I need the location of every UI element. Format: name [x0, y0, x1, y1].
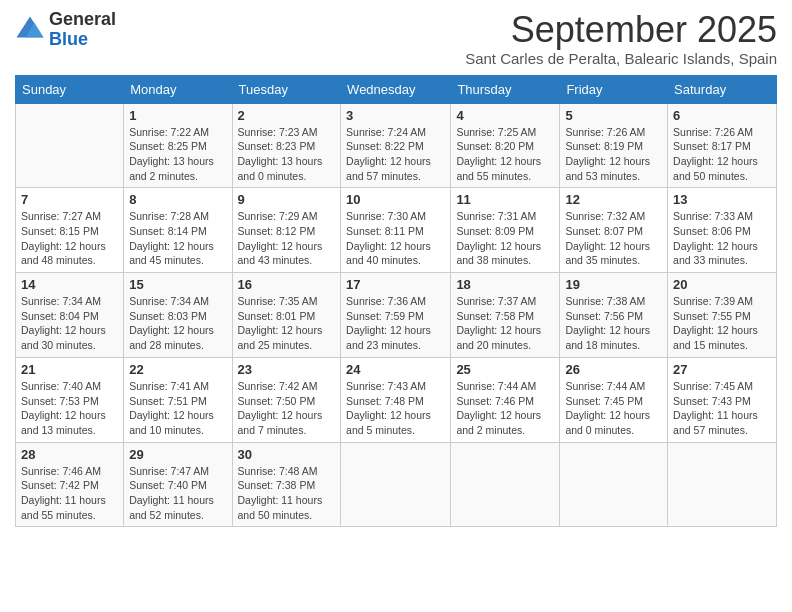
week-row-3: 14Sunrise: 7:34 AMSunset: 8:04 PMDayligh…	[16, 273, 777, 358]
day-detail: Sunrise: 7:28 AMSunset: 8:14 PMDaylight:…	[129, 209, 226, 268]
logo-general-text: General	[49, 10, 116, 30]
day-cell	[341, 442, 451, 527]
day-detail: Sunrise: 7:23 AMSunset: 8:23 PMDaylight:…	[238, 125, 336, 184]
day-cell: 6Sunrise: 7:26 AMSunset: 8:17 PMDaylight…	[668, 103, 777, 188]
day-number: 21	[21, 362, 118, 377]
day-number: 12	[565, 192, 662, 207]
day-detail: Sunrise: 7:44 AMSunset: 7:45 PMDaylight:…	[565, 379, 662, 438]
day-detail: Sunrise: 7:38 AMSunset: 7:56 PMDaylight:…	[565, 294, 662, 353]
day-number: 7	[21, 192, 118, 207]
day-number: 26	[565, 362, 662, 377]
day-cell: 25Sunrise: 7:44 AMSunset: 7:46 PMDayligh…	[451, 357, 560, 442]
day-detail: Sunrise: 7:34 AMSunset: 8:03 PMDaylight:…	[129, 294, 226, 353]
day-detail: Sunrise: 7:37 AMSunset: 7:58 PMDaylight:…	[456, 294, 554, 353]
day-number: 2	[238, 108, 336, 123]
day-detail: Sunrise: 7:42 AMSunset: 7:50 PMDaylight:…	[238, 379, 336, 438]
day-cell: 15Sunrise: 7:34 AMSunset: 8:03 PMDayligh…	[124, 273, 232, 358]
day-number: 10	[346, 192, 445, 207]
day-cell: 14Sunrise: 7:34 AMSunset: 8:04 PMDayligh…	[16, 273, 124, 358]
day-number: 4	[456, 108, 554, 123]
day-cell	[451, 442, 560, 527]
day-detail: Sunrise: 7:24 AMSunset: 8:22 PMDaylight:…	[346, 125, 445, 184]
day-number: 18	[456, 277, 554, 292]
title-block: September 2025 Sant Carles de Peralta, B…	[465, 10, 777, 67]
week-row-5: 28Sunrise: 7:46 AMSunset: 7:42 PMDayligh…	[16, 442, 777, 527]
logo-icon	[15, 15, 45, 45]
day-cell: 7Sunrise: 7:27 AMSunset: 8:15 PMDaylight…	[16, 188, 124, 273]
day-cell: 10Sunrise: 7:30 AMSunset: 8:11 PMDayligh…	[341, 188, 451, 273]
day-number: 23	[238, 362, 336, 377]
day-cell: 21Sunrise: 7:40 AMSunset: 7:53 PMDayligh…	[16, 357, 124, 442]
day-cell: 16Sunrise: 7:35 AMSunset: 8:01 PMDayligh…	[232, 273, 341, 358]
day-detail: Sunrise: 7:22 AMSunset: 8:25 PMDaylight:…	[129, 125, 226, 184]
day-number: 28	[21, 447, 118, 462]
day-cell: 17Sunrise: 7:36 AMSunset: 7:59 PMDayligh…	[341, 273, 451, 358]
day-number: 6	[673, 108, 771, 123]
day-cell	[560, 442, 668, 527]
month-title: September 2025	[465, 10, 777, 50]
day-number: 9	[238, 192, 336, 207]
page-header: General Blue September 2025 Sant Carles …	[15, 10, 777, 67]
day-cell: 24Sunrise: 7:43 AMSunset: 7:48 PMDayligh…	[341, 357, 451, 442]
day-cell: 23Sunrise: 7:42 AMSunset: 7:50 PMDayligh…	[232, 357, 341, 442]
day-number: 15	[129, 277, 226, 292]
day-detail: Sunrise: 7:43 AMSunset: 7:48 PMDaylight:…	[346, 379, 445, 438]
day-cell: 30Sunrise: 7:48 AMSunset: 7:38 PMDayligh…	[232, 442, 341, 527]
logo-text: General Blue	[49, 10, 116, 50]
day-number: 8	[129, 192, 226, 207]
weekday-header-tuesday: Tuesday	[232, 75, 341, 103]
day-cell: 19Sunrise: 7:38 AMSunset: 7:56 PMDayligh…	[560, 273, 668, 358]
day-number: 20	[673, 277, 771, 292]
day-detail: Sunrise: 7:35 AMSunset: 8:01 PMDaylight:…	[238, 294, 336, 353]
week-row-1: 1Sunrise: 7:22 AMSunset: 8:25 PMDaylight…	[16, 103, 777, 188]
day-detail: Sunrise: 7:48 AMSunset: 7:38 PMDaylight:…	[238, 464, 336, 523]
location-title: Sant Carles de Peralta, Balearic Islands…	[465, 50, 777, 67]
logo-blue-text: Blue	[49, 30, 116, 50]
weekday-header-friday: Friday	[560, 75, 668, 103]
day-cell: 3Sunrise: 7:24 AMSunset: 8:22 PMDaylight…	[341, 103, 451, 188]
day-number: 24	[346, 362, 445, 377]
day-cell: 8Sunrise: 7:28 AMSunset: 8:14 PMDaylight…	[124, 188, 232, 273]
day-cell: 4Sunrise: 7:25 AMSunset: 8:20 PMDaylight…	[451, 103, 560, 188]
day-cell: 9Sunrise: 7:29 AMSunset: 8:12 PMDaylight…	[232, 188, 341, 273]
day-number: 11	[456, 192, 554, 207]
weekday-header-row: SundayMondayTuesdayWednesdayThursdayFrid…	[16, 75, 777, 103]
day-cell: 1Sunrise: 7:22 AMSunset: 8:25 PMDaylight…	[124, 103, 232, 188]
day-number: 1	[129, 108, 226, 123]
day-cell: 13Sunrise: 7:33 AMSunset: 8:06 PMDayligh…	[668, 188, 777, 273]
day-detail: Sunrise: 7:32 AMSunset: 8:07 PMDaylight:…	[565, 209, 662, 268]
day-number: 16	[238, 277, 336, 292]
weekday-header-wednesday: Wednesday	[341, 75, 451, 103]
day-number: 27	[673, 362, 771, 377]
day-detail: Sunrise: 7:45 AMSunset: 7:43 PMDaylight:…	[673, 379, 771, 438]
day-cell: 2Sunrise: 7:23 AMSunset: 8:23 PMDaylight…	[232, 103, 341, 188]
day-cell: 22Sunrise: 7:41 AMSunset: 7:51 PMDayligh…	[124, 357, 232, 442]
day-cell: 29Sunrise: 7:47 AMSunset: 7:40 PMDayligh…	[124, 442, 232, 527]
day-cell: 26Sunrise: 7:44 AMSunset: 7:45 PMDayligh…	[560, 357, 668, 442]
day-cell: 27Sunrise: 7:45 AMSunset: 7:43 PMDayligh…	[668, 357, 777, 442]
week-row-4: 21Sunrise: 7:40 AMSunset: 7:53 PMDayligh…	[16, 357, 777, 442]
day-cell: 18Sunrise: 7:37 AMSunset: 7:58 PMDayligh…	[451, 273, 560, 358]
day-cell: 11Sunrise: 7:31 AMSunset: 8:09 PMDayligh…	[451, 188, 560, 273]
weekday-header-saturday: Saturday	[668, 75, 777, 103]
day-number: 30	[238, 447, 336, 462]
day-detail: Sunrise: 7:41 AMSunset: 7:51 PMDaylight:…	[129, 379, 226, 438]
day-number: 14	[21, 277, 118, 292]
day-number: 5	[565, 108, 662, 123]
day-detail: Sunrise: 7:29 AMSunset: 8:12 PMDaylight:…	[238, 209, 336, 268]
day-detail: Sunrise: 7:33 AMSunset: 8:06 PMDaylight:…	[673, 209, 771, 268]
week-row-2: 7Sunrise: 7:27 AMSunset: 8:15 PMDaylight…	[16, 188, 777, 273]
day-cell: 28Sunrise: 7:46 AMSunset: 7:42 PMDayligh…	[16, 442, 124, 527]
day-detail: Sunrise: 7:44 AMSunset: 7:46 PMDaylight:…	[456, 379, 554, 438]
day-detail: Sunrise: 7:26 AMSunset: 8:19 PMDaylight:…	[565, 125, 662, 184]
day-detail: Sunrise: 7:40 AMSunset: 7:53 PMDaylight:…	[21, 379, 118, 438]
weekday-header-monday: Monday	[124, 75, 232, 103]
day-number: 29	[129, 447, 226, 462]
day-cell: 5Sunrise: 7:26 AMSunset: 8:19 PMDaylight…	[560, 103, 668, 188]
day-detail: Sunrise: 7:47 AMSunset: 7:40 PMDaylight:…	[129, 464, 226, 523]
day-detail: Sunrise: 7:46 AMSunset: 7:42 PMDaylight:…	[21, 464, 118, 523]
day-detail: Sunrise: 7:26 AMSunset: 8:17 PMDaylight:…	[673, 125, 771, 184]
day-cell: 12Sunrise: 7:32 AMSunset: 8:07 PMDayligh…	[560, 188, 668, 273]
day-number: 22	[129, 362, 226, 377]
day-number: 17	[346, 277, 445, 292]
